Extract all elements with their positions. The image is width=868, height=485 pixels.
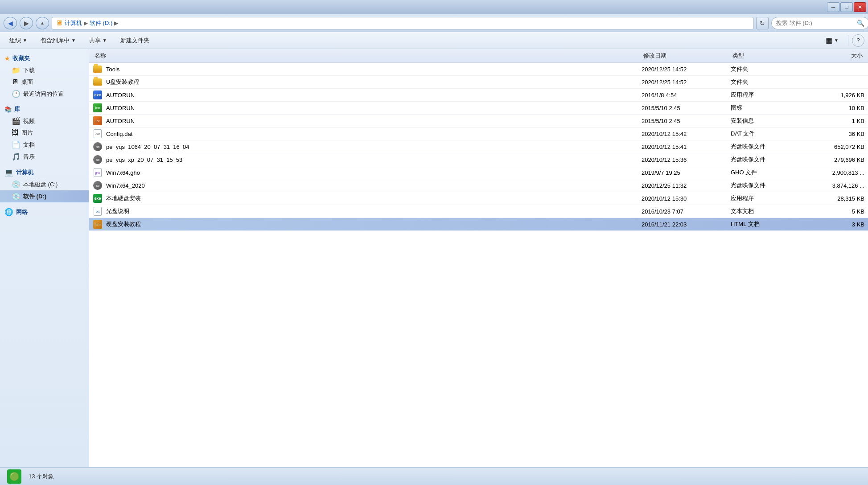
table-row[interactable]: iso Win7x64_2020 2020/12/25 11:32 光盘映像文件… xyxy=(89,179,868,192)
table-row[interactable]: exe 本地硬盘安装 2020/10/12 15:30 应用程序 28,315 … xyxy=(89,192,868,205)
new-folder-button[interactable]: 新建文件夹 xyxy=(115,34,155,47)
drive-d-icon: 💿 xyxy=(12,192,21,201)
file-name-cell: exe 本地硬盘安装 xyxy=(93,193,642,203)
table-row[interactable]: exe AUTORUN 2016/1/8 4:54 应用程序 1,926 KB xyxy=(89,89,868,102)
file-modified: 2015/5/10 2:45 xyxy=(642,105,731,111)
file-size: 3 KB xyxy=(802,221,864,228)
share-label: 共享 xyxy=(89,37,101,45)
file-name: pe_yqs_1064_20_07_31_16_04 xyxy=(106,144,189,150)
table-row[interactable]: U盘安装教程 2020/12/25 14:52 文件夹 xyxy=(89,76,868,89)
sidebar-item-drive-d[interactable]: 💿 软件 (D:) xyxy=(0,190,89,202)
new-folder-label: 新建文件夹 xyxy=(120,37,149,45)
file-name: U盘安装教程 xyxy=(106,78,139,86)
window-controls: ─ □ ✕ xyxy=(827,2,866,12)
file-type-icon xyxy=(93,64,103,74)
table-row[interactable]: txt 光盘说明 2016/10/23 7:07 文本文档 5 KB xyxy=(89,205,868,218)
file-name-cell: iso Win7x64_2020 xyxy=(93,181,642,190)
file-name-cell: txt 光盘说明 xyxy=(93,206,642,216)
file-name: AUTORUN xyxy=(106,92,135,99)
file-name: pe_yqs_xp_20_07_31_15_53 xyxy=(106,156,182,163)
views-chevron: ▼ xyxy=(834,38,839,43)
file-name-cell: iso pe_yqs_1064_20_07_31_16_04 xyxy=(93,142,642,152)
sidebar-item-downloads[interactable]: 📁 下载 xyxy=(0,64,89,76)
include-library-button[interactable]: 包含到库中 ▼ xyxy=(35,34,82,47)
table-row[interactable]: iso pe_yqs_1064_20_07_31_16_04 2020/10/1… xyxy=(89,140,868,153)
table-row[interactable]: gho Win7x64.gho 2019/9/7 19:25 GHO 文件 2,… xyxy=(89,166,868,179)
file-type-icon: ico xyxy=(93,103,103,113)
file-modified: 2015/5/10 2:45 xyxy=(642,118,731,124)
close-button[interactable]: ✕ xyxy=(854,2,866,12)
file-name-cell: inf AUTORUN xyxy=(93,116,642,126)
sidebar-item-images[interactable]: 🖼 图片 xyxy=(0,127,89,139)
sidebar-item-video[interactable]: 🎬 视频 xyxy=(0,115,89,127)
table-row[interactable]: inf AUTORUN 2015/5/10 2:45 安装信息 1 KB xyxy=(89,115,868,127)
recent-icon: 🕐 xyxy=(12,90,21,98)
share-chevron: ▼ xyxy=(103,38,107,43)
file-type-icon xyxy=(93,77,103,87)
file-size: 3,874,126 ... xyxy=(802,182,864,189)
back-button[interactable]: ◀ xyxy=(4,17,17,29)
search-input[interactable] xyxy=(771,17,868,29)
breadcrumb-drive[interactable]: 软件 (D:) xyxy=(90,19,112,27)
file-size: 1 KB xyxy=(802,118,864,124)
file-name: 硬盘安装教程 xyxy=(106,220,141,228)
breadcrumb-icon: 🖥 xyxy=(56,19,63,27)
organize-button[interactable]: 组织 ▼ xyxy=(4,34,33,47)
minimize-button[interactable]: ─ xyxy=(827,2,839,12)
table-row[interactable]: ico AUTORUN 2015/5/10 2:45 图标 10 KB xyxy=(89,102,868,115)
file-type: 光盘映像文件 xyxy=(731,181,802,189)
file-name: Tools xyxy=(106,66,119,73)
table-row[interactable]: dat Config.dat 2020/10/12 15:42 DAT 文件 3… xyxy=(89,127,868,140)
file-size: 10 KB xyxy=(802,105,864,111)
refresh-button[interactable]: ↻ xyxy=(756,17,769,29)
col-size[interactable]: 大小 xyxy=(802,51,864,61)
search-button[interactable]: 🔍 xyxy=(857,20,864,27)
views-button[interactable]: ▦ ▼ xyxy=(820,34,844,47)
file-type: 光盘映像文件 xyxy=(731,156,802,164)
address-bar: ◀ ▶ ▲ 🖥 计算机 ▶ 软件 (D:) ▶ ↻ 🔍 xyxy=(0,14,868,32)
breadcrumb-computer[interactable]: 计算机 xyxy=(65,19,82,27)
col-modified[interactable]: 修改日期 xyxy=(642,51,731,61)
library-icon: 📚 xyxy=(4,106,12,113)
table-row[interactable]: htm 硬盘安装教程 2016/11/21 22:03 HTML 文档 3 KB xyxy=(89,218,868,231)
computer-icon: 💻 xyxy=(4,168,13,177)
file-name: AUTORUN xyxy=(106,105,135,111)
sidebar-item-documents[interactable]: 📄 文档 xyxy=(0,139,89,151)
file-modified: 2020/10/12 15:30 xyxy=(642,195,731,202)
file-type: 应用程序 xyxy=(731,91,802,99)
documents-icon: 📄 xyxy=(12,140,21,149)
network-header[interactable]: 🌐 网络 xyxy=(0,206,89,218)
libraries-header[interactable]: 📚 库 xyxy=(0,103,89,115)
include-label: 包含到库中 xyxy=(41,37,70,45)
file-type-icon: iso xyxy=(93,155,103,164)
file-modified: 2019/9/7 19:25 xyxy=(642,169,731,176)
forward-button[interactable]: ▶ xyxy=(20,17,33,29)
sidebar-item-music[interactable]: 🎵 音乐 xyxy=(0,151,89,163)
breadcrumb-sep-1: ▶ xyxy=(84,20,88,26)
file-type-icon: iso xyxy=(93,142,103,152)
sidebar-item-recent[interactable]: 🕐 最近访问的位置 xyxy=(0,88,89,100)
status-count: 13 个对象 xyxy=(29,473,54,481)
maximize-button[interactable]: □ xyxy=(840,2,853,12)
file-size: 5 KB xyxy=(802,208,864,215)
table-row[interactable]: Tools 2020/12/25 14:52 文件夹 xyxy=(89,63,868,76)
help-button[interactable]: ? xyxy=(852,34,864,47)
favorites-header[interactable]: ★ 收藏夹 xyxy=(0,53,89,64)
sidebar-item-drive-c[interactable]: 💿 本地磁盘 (C:) xyxy=(0,178,89,190)
file-modified: 2016/11/21 22:03 xyxy=(642,221,731,228)
file-size: 28,315 KB xyxy=(802,195,864,202)
col-name[interactable]: 名称 xyxy=(93,51,642,61)
col-type[interactable]: 类型 xyxy=(731,51,802,61)
computer-header[interactable]: 💻 计算机 xyxy=(0,166,89,178)
file-modified: 2016/1/8 4:54 xyxy=(642,92,731,99)
table-row[interactable]: iso pe_yqs_xp_20_07_31_15_53 2020/10/12 … xyxy=(89,153,868,166)
help-label: ? xyxy=(856,37,860,44)
file-size: 652,072 KB xyxy=(802,144,864,150)
share-button[interactable]: 共享 ▼ xyxy=(83,34,113,47)
sidebar-item-desktop[interactable]: 🖥 桌面 xyxy=(0,76,89,88)
file-size: 279,696 KB xyxy=(802,156,864,163)
file-modified: 2020/10/12 15:36 xyxy=(642,156,731,163)
up-button[interactable]: ▲ xyxy=(36,17,49,29)
file-type: DAT 文件 xyxy=(731,130,802,138)
file-list-container: 名称 修改日期 类型 大小 Tools 2020/12/25 14:52 文件夹… xyxy=(89,49,868,467)
